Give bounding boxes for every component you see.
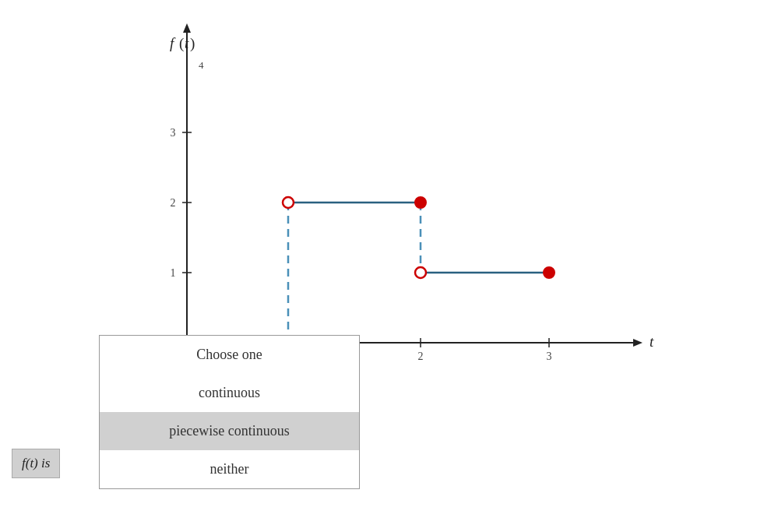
graph-svg: 1 2 3 4 2 3 f ( t ) t (109, 16, 670, 382)
dropdown-choose-one: Choose one (100, 336, 359, 374)
svg-text:): ) (190, 35, 195, 52)
svg-point-26 (415, 267, 426, 278)
svg-text:f: f (170, 35, 176, 51)
ft-is-label: f(t) is (12, 449, 60, 478)
svg-text:2: 2 (171, 197, 176, 209)
dropdown-item-continuous[interactable]: continuous (100, 374, 359, 412)
svg-text:(: ( (179, 35, 184, 52)
dropdown-menu[interactable]: Choose one continuous piecewise continuo… (99, 335, 360, 489)
svg-text:4: 4 (199, 59, 204, 71)
svg-text:3: 3 (171, 127, 176, 139)
svg-point-27 (544, 267, 555, 278)
svg-text:3: 3 (547, 351, 552, 362)
svg-text:t: t (185, 35, 189, 51)
svg-text:2: 2 (418, 351, 424, 362)
main-container: 1 2 3 4 2 3 f ( t ) t (0, 0, 764, 532)
svg-marker-1 (183, 23, 191, 33)
svg-text:t: t (650, 333, 654, 350)
svg-text:1: 1 (171, 267, 176, 279)
dropdown-item-piecewise[interactable]: piecewise continuous (100, 412, 359, 450)
dropdown-item-neither[interactable]: neither (100, 450, 359, 488)
svg-point-24 (283, 197, 294, 208)
svg-point-25 (415, 197, 426, 208)
svg-marker-3 (633, 339, 643, 347)
